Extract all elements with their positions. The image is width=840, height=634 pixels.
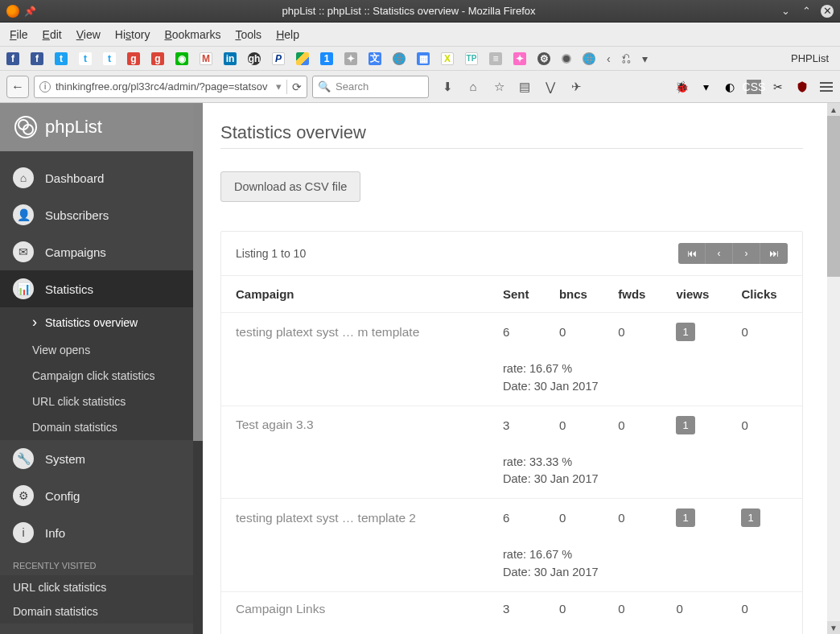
bookmark-facebook2-icon[interactable]: f — [31, 52, 43, 65]
menu-tools[interactable]: Tools — [235, 28, 261, 41]
bookmark-tp-icon[interactable]: TP — [465, 52, 478, 65]
scroll-up-button[interactable]: ▲ — [827, 103, 840, 116]
campaign-link[interactable]: testing platext syst … m template — [236, 325, 419, 339]
bookmark-1password-icon[interactable]: 1 — [320, 52, 333, 65]
ext-bug-icon[interactable]: 🐞 — [674, 80, 689, 94]
cell-sent: 3 — [495, 591, 551, 626]
brand[interactable]: phpList — [0, 103, 203, 151]
ext-dropdown-icon[interactable]: ▾ — [698, 80, 713, 94]
menu-help[interactable]: Help — [276, 28, 299, 41]
download-csv-button[interactable]: Download as CSV file — [220, 171, 360, 202]
send-icon[interactable]: ✈ — [569, 80, 583, 94]
reload-button[interactable]: ⟳ — [292, 80, 302, 93]
window-maximize-button[interactable]: ⌃ — [800, 5, 813, 18]
subnav-label: Statistics overview — [45, 316, 138, 329]
menu-history[interactable]: History — [115, 28, 150, 41]
bookmark-line-icon[interactable]: ◉ — [175, 52, 188, 65]
bookmark-sparkle-icon[interactable]: ✦ — [513, 52, 526, 65]
nav-statistics[interactable]: 📊 Statistics — [0, 270, 203, 307]
bookmark-gear-icon[interactable]: ⚙ — [537, 52, 550, 65]
url-bar[interactable]: i thinkingfree.org/pl33rc4/admin/?page=s… — [34, 76, 307, 98]
pager-next-button[interactable]: › — [733, 243, 760, 264]
scroll-thumb[interactable] — [827, 116, 840, 277]
views-badge[interactable]: 1 — [676, 416, 694, 434]
nav-info[interactable]: i Info — [0, 514, 203, 551]
menu-bookmarks[interactable]: Bookmarks — [164, 28, 220, 41]
search-bar[interactable]: 🔍 Search — [312, 76, 429, 98]
window-close-button[interactable]: ✕ — [821, 5, 834, 18]
nav-system[interactable]: 🔧 System — [0, 440, 203, 477]
views-badge[interactable]: 1 — [676, 323, 694, 341]
nav-campaigns[interactable]: ✉ Campaigns — [0, 233, 203, 270]
pocket-icon[interactable]: ⋁ — [543, 80, 558, 94]
ext-css-icon[interactable]: CSS — [747, 80, 761, 94]
bookmark-docs-icon[interactable]: ▦ — [417, 52, 430, 65]
page-scrollbar[interactable]: ▲ ▼ — [827, 103, 840, 634]
pin-icon[interactable]: 📌 — [24, 6, 35, 17]
subnav-view-opens[interactable]: View opens — [0, 337, 203, 363]
campaign-link[interactable]: Test again 3.3 — [236, 418, 314, 431]
reading-list-icon[interactable]: ▤ — [517, 80, 532, 94]
bookmark-googleplus2-icon[interactable]: g — [151, 52, 164, 65]
bookmark-linkedin-icon[interactable]: in — [224, 52, 237, 65]
bookmark-translate-icon[interactable]: 文 — [369, 52, 381, 65]
bookmark-globe2-icon[interactable]: 🌐 — [583, 52, 595, 65]
bookmark-chevron-left-icon[interactable]: ‹ — [607, 52, 611, 65]
menu-view[interactable]: View — [76, 28, 101, 41]
nav-item-label: System — [45, 452, 85, 466]
bookmark-googleplus-icon[interactable]: g — [127, 52, 140, 65]
nav-dashboard[interactable]: ⌂ Dashboard — [0, 159, 203, 196]
bookmark-phplist[interactable]: PHPList — [791, 52, 829, 64]
sidebar-scrollbar[interactable] — [193, 103, 203, 634]
window-title: phpList :: phpList :: Statistics overvie… — [39, 5, 779, 17]
bookmark-gmail-icon[interactable]: M — [200, 52, 212, 65]
nav-subscribers[interactable]: 👤 Subscribers — [0, 196, 203, 233]
subnav-domain-stats[interactable]: Domain statistics — [0, 414, 203, 440]
bookmark-globe-icon[interactable]: 🌐 — [393, 52, 406, 65]
bookmark-twitter2-icon[interactable]: t — [79, 52, 92, 65]
ext-ublock-icon[interactable] — [795, 80, 809, 94]
bookmark-xing-icon[interactable]: X — [441, 52, 454, 65]
nav-config[interactable]: ⚙ Config — [0, 477, 203, 514]
home-icon[interactable]: ⌂ — [466, 80, 480, 94]
subnav-overview[interactable]: Statistics overview — [0, 307, 203, 337]
ext-scissors-icon[interactable]: ✂ — [771, 80, 785, 94]
pager-first-button[interactable]: ⏮ — [678, 243, 706, 264]
subnav-campaign-click[interactable]: Campaign click statistics — [0, 363, 203, 389]
bookmark-gear2-icon[interactable] — [562, 54, 571, 64]
bookmark-twitter-icon[interactable]: t — [55, 52, 68, 65]
recent-domain-stats[interactable]: Domain statistics — [0, 599, 203, 624]
menu-file[interactable]: File — [10, 28, 28, 41]
clicks-badge[interactable]: 1 — [741, 508, 760, 527]
hamburger-menu[interactable] — [819, 80, 834, 94]
bookmark-github-icon[interactable]: gh — [248, 52, 261, 65]
bookmark-generic1-icon[interactable]: ✦ — [344, 52, 357, 65]
back-button[interactable]: ← — [6, 76, 29, 98]
cell-fwds: 0 — [610, 499, 668, 537]
bookmark-pin-icon[interactable]: ⎌ — [622, 50, 631, 67]
bookmark-dropdown-icon[interactable]: ▾ — [642, 52, 648, 65]
ext-circle-icon[interactable]: ◐ — [723, 80, 737, 94]
url-dropdown-icon[interactable]: ▾ — [276, 80, 282, 93]
bookmark-facebook-icon[interactable]: f — [6, 52, 19, 65]
menu-edit[interactable]: Edit — [43, 28, 62, 41]
pager-prev-button[interactable]: ‹ — [706, 243, 733, 264]
campaign-link[interactable]: Campaign Links — [236, 602, 325, 615]
scroll-down-button[interactable]: ▼ — [827, 621, 840, 634]
downloads-icon[interactable]: ⬇ — [440, 80, 455, 94]
views-badge[interactable]: 1 — [676, 508, 694, 527]
campaign-link[interactable]: testing platext syst … template 2 — [236, 511, 416, 525]
home-circle-icon: ⌂ — [13, 167, 34, 188]
pager-last-button[interactable]: ⏭ — [760, 243, 788, 264]
bookmark-drive-icon[interactable] — [296, 52, 309, 65]
bookmark-list-icon[interactable]: ≡ — [489, 52, 502, 65]
site-info-icon[interactable]: i — [39, 81, 51, 93]
menubar: File Edit View History Bookmarks Tools H… — [0, 23, 840, 47]
bookmark-twitter3-icon[interactable]: t — [103, 52, 116, 65]
window-minimize-button[interactable]: ⌄ — [779, 5, 792, 18]
subnav-url-click[interactable]: URL click statistics — [0, 389, 203, 414]
recent-url-click[interactable]: URL click statistics — [0, 575, 203, 599]
bookmark-star-icon[interactable]: ☆ — [492, 80, 506, 94]
bookmark-paypal-icon[interactable]: P — [272, 52, 285, 65]
nav-item-label: Config — [45, 489, 80, 503]
